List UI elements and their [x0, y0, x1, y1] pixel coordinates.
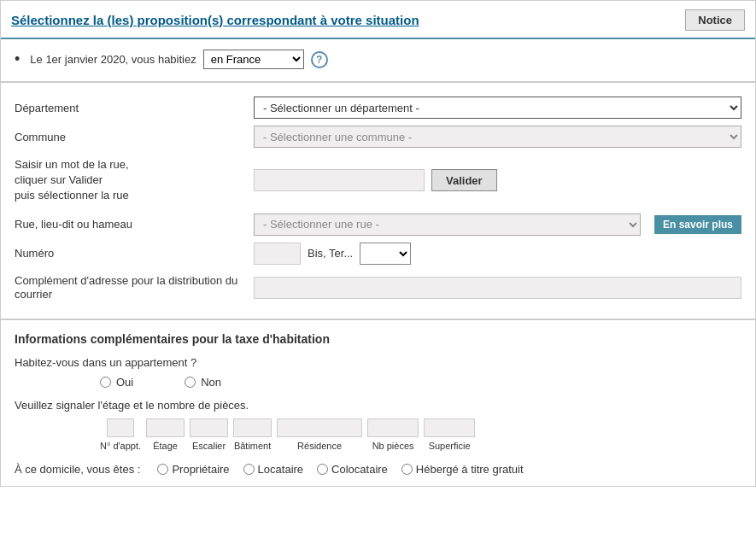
pieces-question: Veuillez signaler l'étage et le nombre d…	[15, 399, 741, 412]
notice-button[interactable]: Notice	[685, 9, 745, 31]
non-radio[interactable]	[185, 377, 196, 388]
etage-input[interactable]	[146, 418, 185, 437]
appartement-radio-group: Oui Non	[15, 376, 741, 389]
escalier-input[interactable]	[190, 418, 228, 437]
pieces-inputs-row: N° d'appt. Étage Escalier Bâtiment Résid…	[15, 418, 741, 451]
etage-label: Étage	[153, 441, 178, 451]
residence-input[interactable]	[277, 418, 362, 437]
departement-control: - Sélectionner un département -	[254, 93, 741, 122]
saisir-control: Valider	[254, 151, 741, 210]
colocataire-label: Colocataire	[331, 463, 388, 476]
superficie-label: Superficie	[429, 441, 471, 451]
rue-label: Rue, lieu-dit ou hameau	[15, 212, 254, 237]
bullet-point: •	[15, 50, 20, 68]
page-wrapper: Sélectionnez la (les) proposition(s) cor…	[0, 0, 756, 487]
piece-col-residence: Résidence	[277, 418, 362, 451]
piece-col-superficie: Superficie	[424, 418, 475, 451]
heberge-radio[interactable]	[401, 464, 413, 475]
departement-select[interactable]: - Sélectionner un département -	[254, 96, 741, 119]
colocataire-radio[interactable]	[317, 464, 328, 475]
non-radio-item[interactable]: Non	[185, 376, 221, 389]
rue-select[interactable]: - Sélectionner une rue -	[254, 213, 641, 236]
saisir-label: Saisir un mot de la rue, cliquer sur Val…	[15, 151, 254, 210]
domicile-row: À ce domicile, vous êtes : Propriétaire …	[15, 463, 741, 476]
numero-control: Bis, Ter... Bis Ter Quater	[254, 239, 741, 268]
domicile-label: À ce domicile, vous êtes :	[15, 463, 140, 476]
piece-col-etage: Étage	[146, 418, 185, 451]
commune-control: - Sélectionner une commune -	[254, 122, 741, 151]
residence-label: Résidence	[297, 441, 342, 451]
batiment-label: Bâtiment	[234, 441, 271, 451]
oui-radio-item[interactable]: Oui	[100, 376, 133, 389]
info-section: Informations complémentaires pour la tax…	[1, 320, 755, 486]
complement-input[interactable]	[254, 277, 741, 299]
rue-text-input[interactable]	[254, 169, 425, 191]
batiment-input[interactable]	[233, 418, 272, 437]
commune-select[interactable]: - Sélectionner une commune -	[254, 126, 741, 148]
heberge-label: Hébergé à titre gratuit	[416, 463, 524, 476]
en-savoir-plus-button[interactable]: En savoir plus	[654, 215, 741, 234]
residence-section: • Le 1er janvier 2020, vous habitiez en …	[1, 39, 755, 82]
valider-button[interactable]: Valider	[431, 169, 497, 191]
piece-col-appt: N° d'appt.	[100, 418, 141, 451]
colocataire-radio-item[interactable]: Colocataire	[317, 463, 388, 476]
locataire-radio-item[interactable]: Locataire	[243, 463, 303, 476]
complement-control	[254, 268, 741, 309]
locataire-radio[interactable]	[243, 464, 255, 475]
proprietaire-radio[interactable]	[157, 464, 168, 475]
superficie-input[interactable]	[424, 418, 475, 437]
appt-label: N° d'appt.	[100, 441, 141, 451]
proprietaire-label: Propriétaire	[172, 463, 229, 476]
appartement-question: Habitez-vous dans un appartement ?	[15, 356, 741, 369]
complement-label: Complément d'adresse pour la distributio…	[15, 268, 254, 309]
proprietaire-radio-item[interactable]: Propriétaire	[157, 463, 229, 476]
commune-label: Commune	[15, 125, 254, 149]
rue-control: - Sélectionner une rue - En savoir plus	[254, 210, 741, 239]
piece-col-batiment: Bâtiment	[233, 418, 272, 451]
bis-select[interactable]: Bis Ter Quater	[360, 243, 411, 265]
title-bar: Sélectionnez la (les) proposition(s) cor…	[1, 1, 755, 39]
oui-label: Oui	[116, 376, 133, 389]
oui-radio[interactable]	[100, 377, 111, 388]
address-section: Département - Sélectionner un départemen…	[1, 83, 755, 319]
bis-label: Bis, Ter...	[308, 247, 353, 260]
residence-select[interactable]: en France hors de France	[203, 50, 304, 69]
piece-col-nb: Nb pièces	[367, 418, 419, 451]
non-label: Non	[201, 376, 221, 389]
residence-row: • Le 1er janvier 2020, vous habitiez en …	[15, 50, 741, 69]
numero-input[interactable]	[254, 243, 301, 265]
escalier-label: Escalier	[192, 441, 226, 451]
departement-label: Département	[15, 96, 254, 120]
heberge-radio-item[interactable]: Hébergé à titre gratuit	[401, 463, 524, 476]
help-icon[interactable]: ?	[311, 51, 328, 68]
piece-col-escalier: Escalier	[190, 418, 228, 451]
appt-input[interactable]	[107, 418, 134, 437]
nb-pieces-input[interactable]	[367, 418, 419, 437]
info-title: Informations complémentaires pour la tax…	[15, 332, 741, 346]
locataire-label: Locataire	[258, 463, 303, 476]
residence-prefix: Le 1er janvier 2020, vous habitiez	[30, 53, 196, 66]
numero-label: Numéro	[15, 241, 254, 266]
nb-pieces-label: Nb pièces	[372, 441, 414, 451]
page-title: Sélectionnez la (les) proposition(s) cor…	[11, 13, 419, 27]
address-form-grid: Département - Sélectionner un départemen…	[15, 93, 741, 308]
